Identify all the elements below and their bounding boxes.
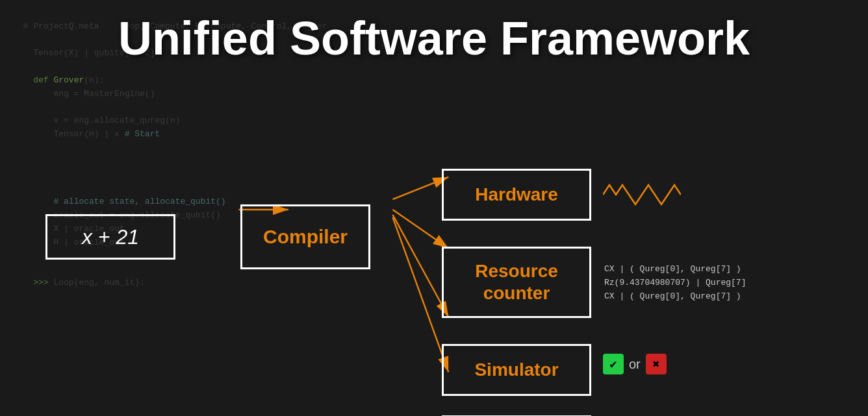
hardware-box: Hardware [442, 169, 591, 221]
diagram-area: x + 21 Compiler Hardware Resourcecounter… [32, 104, 836, 403]
svg-line-4 [392, 215, 448, 317]
check-icon: ✔ [603, 354, 624, 374]
simulator-result-icons: ✔ or ✖ [603, 354, 667, 374]
resource-counter-box: Resourcecounter [442, 247, 591, 318]
svg-line-5 [392, 217, 448, 372]
resource-counter-text: CX | ( Qureg[0], Qureg[7] ) Rz(9.4370498… [604, 263, 746, 303]
hardware-wave [603, 182, 681, 211]
hardware-label: Hardware [475, 184, 558, 206]
input-box: x + 21 [45, 214, 175, 260]
svg-line-2 [392, 177, 448, 199]
cross-icon: ✖ [646, 354, 667, 374]
or-text: or [629, 357, 641, 372]
simulator-label: Simulator [474, 359, 558, 381]
svg-line-3 [392, 210, 448, 249]
page-title: Unified Software Framework [0, 12, 868, 65]
resource-counter-label: Resourcecounter [475, 260, 558, 304]
compiler-box: Compiler [240, 204, 370, 269]
input-expression: x + 21 [82, 225, 139, 249]
compiler-label: Compiler [263, 226, 348, 248]
simulator-box: Simulator [442, 344, 591, 396]
